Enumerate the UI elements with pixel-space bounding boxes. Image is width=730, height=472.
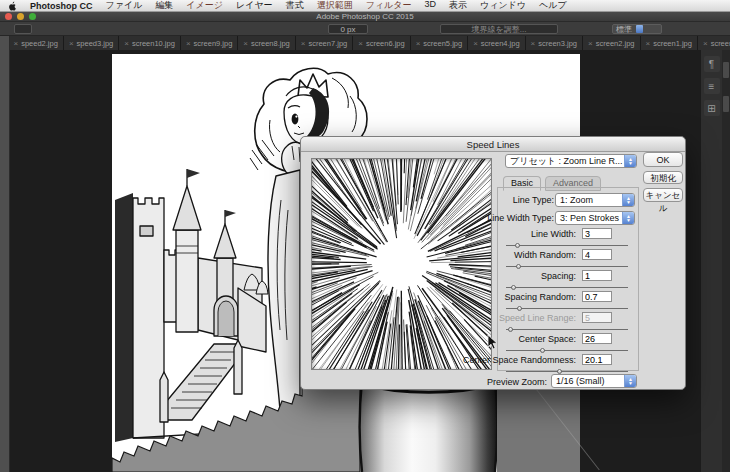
paragraph-panel-icon[interactable]: ¶ xyxy=(704,56,720,72)
close-tab-icon[interactable]: × xyxy=(14,39,19,48)
ok-button[interactable]: OK xyxy=(643,152,683,167)
toolbar-edge-strip xyxy=(0,36,10,472)
tab-label: screen2.jpg xyxy=(596,39,635,48)
close-tab-icon[interactable]: × xyxy=(416,39,421,48)
refine-edge-button[interactable]: 境界線を調整... xyxy=(440,24,558,34)
line-width-type-dropdown[interactable]: 3: Pen Strokes ▲▼ xyxy=(555,211,635,225)
slider-label: Line Width: xyxy=(531,229,576,239)
close-tab-icon[interactable]: × xyxy=(531,39,536,48)
slider-value-field[interactable] xyxy=(582,291,612,302)
tab-label: screen10.jpg xyxy=(132,39,175,48)
slider-track[interactable] xyxy=(506,243,628,248)
menu-bar: Photoshop CC ファイル編集イメージレイヤー書式選択範囲フィルター3D… xyxy=(0,0,730,12)
line-type-value: 1: Zoom xyxy=(556,195,622,205)
adjustments-panel-icon[interactable]: ≡ xyxy=(704,78,720,94)
slider-row: Line Width: xyxy=(498,228,638,249)
close-tab-icon[interactable]: × xyxy=(473,39,478,48)
document-tab[interactable]: ×speed2.jpg xyxy=(9,36,64,50)
preset-dropdown[interactable]: プリセット : Zoom Line R... ▲▼ xyxy=(505,154,637,168)
slider-thumb[interactable] xyxy=(511,285,516,290)
slider-label: Spacing Random: xyxy=(504,292,576,302)
close-tab-icon[interactable]: × xyxy=(703,39,708,48)
dialog-title[interactable]: Speed Lines xyxy=(301,137,685,152)
apple-menu-icon[interactable] xyxy=(8,1,17,11)
line-width-type-label: Line Width Type: xyxy=(487,213,554,223)
slider-row: Spacing: xyxy=(498,270,638,291)
tab-label: speed3.jpg xyxy=(77,39,114,48)
tab-label: speed2.jpg xyxy=(21,39,58,48)
slider-value-field[interactable] xyxy=(582,354,612,365)
preview-zoom-dropdown[interactable]: 1/16 (Small) ▲▼ xyxy=(551,374,637,388)
tool-preset-icon[interactable] xyxy=(14,24,32,34)
close-tab-icon[interactable]: × xyxy=(588,39,593,48)
slider-track[interactable] xyxy=(506,285,628,290)
slider-thumb[interactable] xyxy=(517,306,522,311)
document-tab[interactable]: ×screen10.jpg xyxy=(119,36,181,50)
document-tab[interactable]: ×screen1.jpg xyxy=(641,36,698,50)
close-tab-icon[interactable]: × xyxy=(186,39,191,48)
line-type-label: Line Type: xyxy=(513,195,554,205)
slider-thumb[interactable] xyxy=(515,243,520,248)
line-type-dropdown[interactable]: 1: Zoom ▲▼ xyxy=(555,193,635,207)
line-width-type-value: 3: Pen Strokes xyxy=(556,213,622,223)
line-type-row: Line Type: 1: Zoom ▲▼ xyxy=(498,192,638,210)
styles-panel-icon[interactable]: ⊞ xyxy=(704,100,720,116)
slider-value-field[interactable] xyxy=(582,249,612,260)
menu-item[interactable]: ヘルプ xyxy=(539,0,567,12)
document-tab[interactable]: ×screen6.jpg xyxy=(353,36,410,50)
close-tab-icon[interactable]: × xyxy=(301,39,306,48)
slider-row: Center Space Randomness: xyxy=(498,354,638,375)
slider-thumb[interactable] xyxy=(508,327,513,332)
close-tab-icon[interactable]: × xyxy=(646,39,651,48)
menu-item[interactable]: 書式 xyxy=(286,0,304,12)
slider-thumb[interactable] xyxy=(540,348,545,353)
collapsed-panel-tile[interactable] xyxy=(723,62,729,78)
menu-item[interactable]: 表示 xyxy=(449,0,467,12)
menu-item[interactable]: レイヤー xyxy=(236,0,273,12)
feather-value-field[interactable]: 0 px xyxy=(328,24,368,34)
document-tab[interactable]: ×screen7.jpg xyxy=(296,36,353,50)
menu-item[interactable]: 3D xyxy=(424,0,436,12)
document-tab[interactable]: ×screen5.jpg xyxy=(411,36,468,50)
menu-item[interactable]: ウィンドウ xyxy=(480,0,526,12)
slider-thumb[interactable] xyxy=(516,264,521,269)
close-tab-icon[interactable]: × xyxy=(243,39,248,48)
slider-track[interactable] xyxy=(506,327,628,332)
slider-row: Width Random: xyxy=(498,249,638,270)
collapsed-panel-tile[interactable] xyxy=(723,96,729,112)
slider-value-field[interactable] xyxy=(582,270,612,281)
slider-track[interactable] xyxy=(506,264,628,269)
slider-value-field[interactable] xyxy=(582,228,612,239)
document-tab[interactable]: ×screen2.jpg xyxy=(583,36,640,50)
basic-settings-group: Line Type: 1: Zoom ▲▼ Line Width Type: 3… xyxy=(497,187,639,371)
dropdown-stepper-icon: ▲▼ xyxy=(622,212,634,224)
cancel-button[interactable]: キャンセル xyxy=(643,188,683,202)
menu-item-app[interactable]: Photoshop CC xyxy=(30,1,93,11)
tab-label: screen4.jpg xyxy=(481,39,520,48)
close-tab-icon[interactable]: × xyxy=(358,39,363,48)
slider-track[interactable] xyxy=(506,348,628,353)
menu-item[interactable]: 選択範囲 xyxy=(317,0,353,12)
menu-item[interactable]: ファイル xyxy=(106,0,143,12)
document-tab[interactable]: ×screen.jpg xyxy=(698,36,730,50)
close-tab-icon[interactable]: × xyxy=(69,39,74,48)
document-tab-bar: ‹ ×speed2.jpg×speed3.jpg×screen10.jpg×sc… xyxy=(0,36,730,50)
document-tab[interactable]: ×screen8.jpg xyxy=(238,36,295,50)
slider-value-field[interactable] xyxy=(582,333,612,344)
document-tab[interactable]: ×screen4.jpg xyxy=(468,36,525,50)
menu-item[interactable]: フィルター xyxy=(366,0,412,12)
slider-track[interactable] xyxy=(506,306,628,311)
slider-row: Spacing Random: xyxy=(498,291,638,312)
slider-value-field xyxy=(582,312,612,323)
document-tab[interactable]: ×screen3.jpg xyxy=(526,36,583,50)
tab-label: screen8.jpg xyxy=(251,39,290,48)
style-dropdown[interactable]: 標準 xyxy=(612,24,662,34)
panel-dock: ¶≡⊞ xyxy=(700,50,722,472)
menu-item[interactable]: 編集 xyxy=(155,0,173,12)
document-tab[interactable]: ×screen9.jpg xyxy=(181,36,238,50)
document-tab[interactable]: ×speed3.jpg xyxy=(64,36,119,50)
menu-item[interactable]: イメージ xyxy=(186,0,223,12)
preview-zoom-label: Preview Zoom: xyxy=(487,377,547,387)
reset-button[interactable]: 初期化 xyxy=(643,171,683,184)
close-tab-icon[interactable]: × xyxy=(124,39,129,48)
